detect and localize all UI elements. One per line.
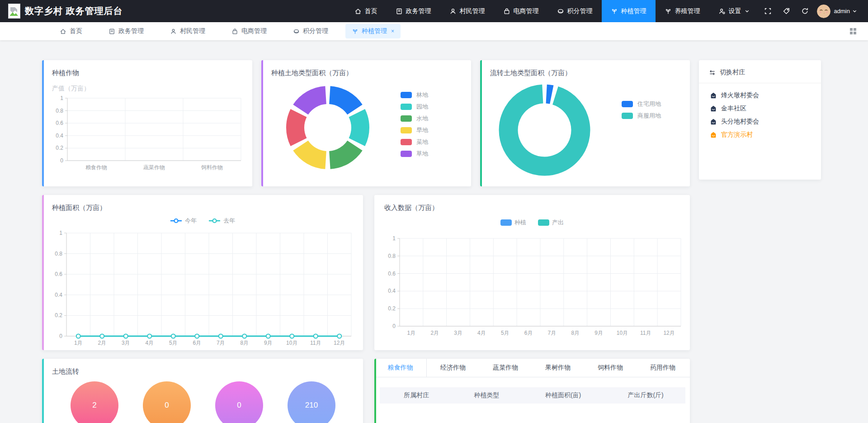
svg-text:6月: 6月 <box>193 340 201 346</box>
crop-tab[interactable]: 经济作物 <box>427 359 479 377</box>
land-type-legend: 林地园地水地旱地菜地草地 <box>401 91 428 172</box>
crop-tab[interactable]: 果树作物 <box>532 359 584 377</box>
navbar-tools <box>759 0 814 22</box>
income-legend: 种植产出 <box>374 219 690 227</box>
legend-item[interactable]: 住宅用地 <box>622 100 661 108</box>
card-transfer-type-area: 流转土地类型面积（万亩） 住宅用地商服用地 <box>480 60 690 186</box>
nav-item-gov[interactable]: 政务管理 <box>387 0 440 22</box>
svg-text:5月: 5月 <box>169 340 178 346</box>
coin-icon <box>557 8 564 15</box>
line-marker-icon <box>208 218 221 223</box>
svg-text:0: 0 <box>59 333 62 339</box>
village-3[interactable]: 头分地村委会 <box>710 118 812 126</box>
legend-item[interactable]: 旱地 <box>401 126 428 134</box>
svg-text:4月: 4月 <box>477 330 486 336</box>
card-planting-crops: 种植作物 产值（万亩） 10.80.60.40.20粮食作物蔬菜作物饲料作物 <box>42 60 252 186</box>
card-title: 种植面积（万亩） <box>42 195 363 212</box>
stat-circle: 0 <box>215 381 263 423</box>
legend-item[interactable]: 商服用地 <box>622 112 661 120</box>
legend-item[interactable]: 草地 <box>401 150 428 158</box>
table-column-header: 所属村庄 <box>380 391 453 399</box>
nav-item-ecommerce[interactable]: 电商管理 <box>494 0 548 22</box>
panel-title: 切换村庄 <box>720 68 745 76</box>
tab-planting[interactable]: 种植管理× <box>345 24 401 38</box>
nav-item-villagers[interactable]: 村民管理 <box>440 0 494 22</box>
card-land-transfer: 土地流转 200210 <box>42 359 363 423</box>
crop-tab[interactable]: 药用作物 <box>637 359 689 377</box>
village-4[interactable]: 官方演示村 <box>710 131 812 139</box>
svg-text:6月: 6月 <box>524 330 533 336</box>
tab-points[interactable]: 积分管理 <box>284 24 337 38</box>
transfer-type-donut-chart <box>494 79 595 183</box>
legend-item[interactable]: 产出 <box>538 219 564 227</box>
crop-tab[interactable]: 粮食作物 <box>374 359 427 377</box>
nav-item-points[interactable]: 积分管理 <box>548 0 602 22</box>
svg-text:8月: 8月 <box>240 340 249 346</box>
user-menu[interactable]: admin <box>834 8 863 14</box>
fullscreen-button[interactable] <box>759 0 777 22</box>
card-accent <box>374 359 376 423</box>
home-icon <box>354 8 362 15</box>
tab-ecommerce[interactable]: 电商管理 <box>222 24 276 38</box>
legend-swatch <box>401 115 412 122</box>
svg-text:饲料作物: 饲料作物 <box>201 164 223 171</box>
nav-item-home[interactable]: 首页 <box>345 0 387 22</box>
user-gear-icon <box>718 8 726 15</box>
svg-text:0.6: 0.6 <box>388 271 396 277</box>
tab-gov[interactable]: 政务管理 <box>99 24 153 38</box>
nav-item-planting[interactable]: 种植管理 <box>602 0 656 22</box>
line-chart-legend: 今年去年 <box>42 217 363 225</box>
legend-item[interactable]: 园地 <box>401 103 428 111</box>
card-title: 流转土地类型面积（万亩） <box>480 60 690 77</box>
grid-view-icon[interactable] <box>849 27 857 35</box>
transfer-type-legend: 住宅用地商服用地 <box>622 100 661 183</box>
village-switch-panel: 切换村庄 烽火墩村委会金丰社区头分地村委会官方演示村 <box>699 60 821 180</box>
legend-item[interactable]: 林地 <box>401 91 428 99</box>
table-column-header: 产出斤数(斤) <box>606 391 685 399</box>
svg-text:1月: 1月 <box>74 340 83 346</box>
village-1[interactable]: 烽火墩村委会 <box>710 91 812 100</box>
tag-button[interactable] <box>777 0 796 22</box>
village-icon <box>710 131 717 138</box>
person-icon <box>170 28 177 35</box>
legend-item[interactable]: 菜地 <box>401 138 428 146</box>
nav-item-breeding[interactable]: 养殖管理 <box>656 0 709 22</box>
sprout-icon <box>665 8 672 15</box>
crop-tab[interactable]: 饲料作物 <box>584 359 637 377</box>
svg-text:0.2: 0.2 <box>56 145 63 151</box>
svg-text:12月: 12月 <box>663 330 675 336</box>
svg-text:4月: 4月 <box>145 340 154 346</box>
stat-circle: 210 <box>288 381 335 423</box>
svg-text:1: 1 <box>59 230 62 236</box>
nav-item-settings[interactable]: 设置 <box>709 0 759 22</box>
village-icon <box>710 92 717 99</box>
tab-home[interactable]: 首页 <box>51 24 91 38</box>
svg-text:0.4: 0.4 <box>388 288 396 294</box>
legend-item[interactable]: 去年 <box>208 217 235 225</box>
board-icon <box>108 28 115 35</box>
legend-item[interactable]: 水地 <box>401 114 428 123</box>
legend-swatch <box>622 101 633 107</box>
close-icon[interactable]: × <box>391 28 394 34</box>
card-accent <box>42 359 44 423</box>
open-tabs-bar: 首页政务管理村民管理电商管理积分管理种植管理× <box>0 22 868 40</box>
table-header-row: 所属村庄种植类型种植面积(亩)产出斤数(斤) <box>380 387 685 404</box>
svg-text:11月: 11月 <box>310 340 321 346</box>
legend-swatch <box>622 113 633 119</box>
user-avatar[interactable] <box>817 5 830 18</box>
svg-text:1月: 1月 <box>407 330 416 336</box>
stat-circle: 0 <box>143 381 191 423</box>
legend-item[interactable]: 种植 <box>500 219 526 227</box>
refresh-button[interactable] <box>796 0 814 22</box>
svg-text:7月: 7月 <box>217 340 225 346</box>
crop-tab[interactable]: 蔬菜作物 <box>479 359 532 377</box>
person-icon <box>449 8 457 15</box>
table-column-header: 种植类型 <box>453 391 520 399</box>
board-icon <box>396 8 403 15</box>
village-icon <box>710 105 717 112</box>
tab-villagers[interactable]: 村民管理 <box>161 24 214 38</box>
village-2[interactable]: 金丰社区 <box>710 105 812 113</box>
legend-swatch <box>538 219 549 226</box>
table-column-header: 种植面积(亩) <box>520 391 606 399</box>
legend-item[interactable]: 今年 <box>170 217 197 225</box>
